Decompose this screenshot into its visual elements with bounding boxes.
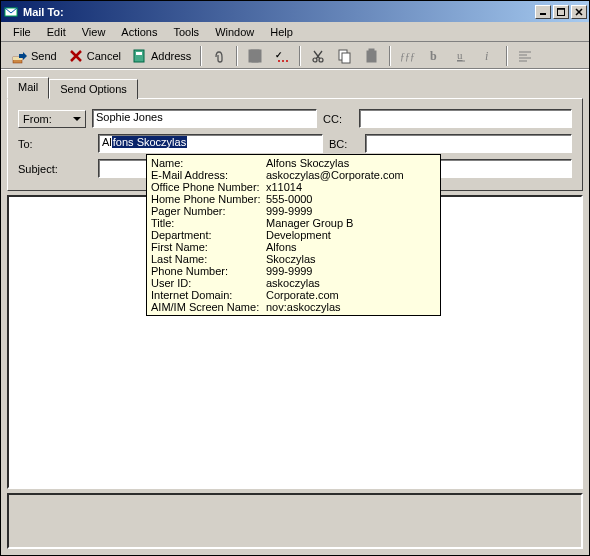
tooltip-key: Name:: [151, 157, 266, 169]
tooltip-key: Last Name:: [151, 253, 266, 265]
minimize-button[interactable]: [535, 5, 551, 19]
tooltip-row: Pager Number:999-9999: [151, 205, 436, 217]
contact-tooltip: Name:Alfons SkoczylasE-Mail Address:asko…: [146, 154, 441, 316]
cancel-label: Cancel: [87, 50, 121, 62]
from-label: From:: [23, 113, 52, 125]
svg-rect-18: [342, 53, 350, 63]
svg-text:ƒƒƒ: ƒƒƒ: [400, 51, 415, 62]
tooltip-value: 999-9999: [266, 265, 436, 277]
attach-button[interactable]: [206, 45, 232, 67]
titlebar[interactable]: Mail To:: [1, 1, 589, 22]
tooltip-key: First Name:: [151, 241, 266, 253]
menu-help[interactable]: Help: [262, 24, 301, 40]
cut-button[interactable]: [305, 45, 331, 67]
maximize-button[interactable]: [553, 5, 569, 19]
tooltip-row: E-Mail Address:askoczylas@Corporate.com: [151, 169, 436, 181]
tab-send-options[interactable]: Send Options: [49, 79, 138, 99]
paste-icon: [364, 48, 380, 64]
tab-row: Mail Send Options: [7, 76, 583, 98]
tooltip-value: nov:askoczylas: [266, 301, 436, 313]
cc-input[interactable]: [359, 109, 572, 128]
compose-window: Mail To: File Edit View Actions Tools Wi…: [0, 0, 590, 556]
bc-label: BC:: [329, 138, 359, 150]
disk-icon: [247, 48, 263, 64]
tooltip-key: Home Phone Number:: [151, 193, 266, 205]
copy-icon: [337, 48, 353, 64]
align-icon: [517, 48, 533, 64]
menubar: File Edit View Actions Tools Window Help: [1, 22, 589, 42]
tooltip-value: Manager Group B: [266, 217, 436, 229]
tooltip-row: AIM/IM Screen Name:nov:askoczylas: [151, 301, 436, 313]
paste-button[interactable]: [359, 45, 385, 67]
tooltip-value: Alfons: [266, 241, 436, 253]
cancel-button[interactable]: Cancel: [63, 45, 126, 67]
tooltip-value: Skoczylas: [266, 253, 436, 265]
to-label: To:: [18, 138, 92, 150]
tooltip-key: AIM/IM Screen Name:: [151, 301, 266, 313]
send-button[interactable]: Send: [7, 45, 62, 67]
tab-mail[interactable]: Mail: [7, 77, 49, 99]
tooltip-row: Title:Manager Group B: [151, 217, 436, 229]
close-button[interactable]: [571, 5, 587, 19]
address-label: Address: [151, 50, 191, 62]
tooltip-key: Phone Number:: [151, 265, 266, 277]
svg-rect-20: [369, 49, 374, 52]
tooltip-key: Department:: [151, 229, 266, 241]
menu-file[interactable]: File: [5, 24, 39, 40]
svg-rect-6: [134, 50, 144, 62]
paperclip-icon: [211, 48, 227, 64]
bc-input[interactable]: [365, 134, 572, 153]
bold-button[interactable]: b: [422, 45, 448, 67]
svg-point-14: [286, 60, 288, 62]
from-input[interactable]: Sophie Jones: [92, 109, 317, 128]
menu-window[interactable]: Window: [207, 24, 262, 40]
svg-point-15: [313, 58, 317, 62]
toolbar-separator: [236, 46, 238, 66]
tooltip-value: askoczylas: [266, 277, 436, 289]
address-button[interactable]: Address: [127, 45, 196, 67]
tooltip-row: First Name:Alfons: [151, 241, 436, 253]
attachments-pane[interactable]: [7, 493, 583, 549]
tooltip-key: E-Mail Address:: [151, 169, 266, 181]
from-dropdown[interactable]: From:: [18, 110, 86, 128]
tooltip-value: askoczylas@Corporate.com: [266, 169, 436, 181]
to-autocomplete-highlight: fons Skoczylas: [112, 136, 187, 148]
copy-button[interactable]: [332, 45, 358, 67]
menu-tools[interactable]: Tools: [165, 24, 207, 40]
app-icon: [3, 4, 19, 20]
tooltip-row: Last Name:Skoczylas: [151, 253, 436, 265]
underline-button[interactable]: u: [449, 45, 475, 67]
send-label: Send: [31, 50, 57, 62]
tooltip-row: Office Phone Number:x11014: [151, 181, 436, 193]
svg-rect-10: [252, 57, 258, 62]
svg-text:i: i: [485, 49, 488, 63]
save-button[interactable]: [242, 45, 268, 67]
tooltip-row: User ID:askoczylas: [151, 277, 436, 289]
tooltip-key: Office Phone Number:: [151, 181, 266, 193]
tooltip-row: Name:Alfons Skoczylas: [151, 157, 436, 169]
menu-view[interactable]: View: [74, 24, 114, 40]
align-button[interactable]: [512, 45, 538, 67]
toolbar-separator: [389, 46, 391, 66]
to-input[interactable]: Alfons Skoczylas: [98, 134, 323, 153]
subject-label: Subject:: [18, 163, 92, 175]
italic-button[interactable]: i: [476, 45, 502, 67]
italic-icon: i: [481, 48, 497, 64]
toolbar-separator: [200, 46, 202, 66]
toolbar: Send Cancel Address ✓: [1, 42, 589, 70]
font-button[interactable]: ƒƒƒ: [395, 45, 421, 67]
window-title: Mail To:: [23, 6, 535, 18]
menu-edit[interactable]: Edit: [39, 24, 74, 40]
tooltip-value: Alfons Skoczylas: [266, 157, 436, 169]
tooltip-key: User ID:: [151, 277, 266, 289]
spellcheck-button[interactable]: ✓: [269, 45, 295, 67]
svg-text:✓: ✓: [275, 50, 283, 60]
spellcheck-icon: ✓: [274, 48, 290, 64]
tooltip-row: Department:Development: [151, 229, 436, 241]
cc-label: CC:: [323, 113, 353, 125]
menu-actions[interactable]: Actions: [113, 24, 165, 40]
tooltip-value: 555-0000: [266, 193, 436, 205]
tooltip-value: x11014: [266, 181, 436, 193]
tooltip-row: Internet Domain:Corporate.com: [151, 289, 436, 301]
tooltip-value: Corporate.com: [266, 289, 436, 301]
